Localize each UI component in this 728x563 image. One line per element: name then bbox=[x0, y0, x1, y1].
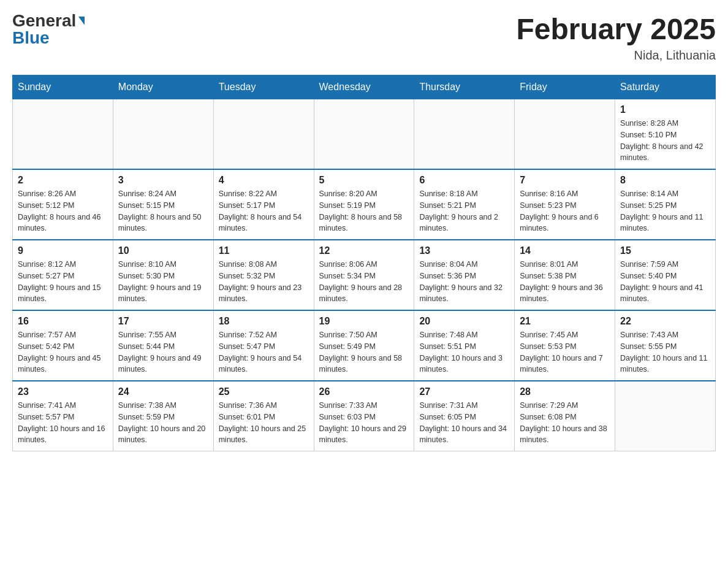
day-number: 19 bbox=[319, 316, 409, 327]
day-cell: 8Sunrise: 8:14 AMSunset: 5:25 PMDaylight… bbox=[615, 169, 716, 240]
day-number: 27 bbox=[419, 386, 509, 397]
day-info: Sunrise: 8:26 AMSunset: 5:12 PMDaylight:… bbox=[18, 188, 108, 234]
day-number: 25 bbox=[219, 386, 309, 397]
day-cell: 21Sunrise: 7:45 AMSunset: 5:53 PMDayligh… bbox=[515, 310, 615, 381]
day-number: 21 bbox=[520, 316, 610, 327]
day-of-week-header: Saturday bbox=[615, 75, 716, 99]
day-cell: 23Sunrise: 7:41 AMSunset: 5:57 PMDayligh… bbox=[13, 381, 113, 451]
day-of-week-header: Thursday bbox=[414, 75, 515, 99]
day-number: 2 bbox=[18, 175, 108, 186]
day-info: Sunrise: 7:52 AMSunset: 5:47 PMDaylight:… bbox=[219, 329, 309, 375]
day-number: 5 bbox=[319, 175, 409, 186]
calendar-week-row: 2Sunrise: 8:26 AMSunset: 5:12 PMDaylight… bbox=[13, 169, 716, 240]
calendar-week-row: 9Sunrise: 8:12 AMSunset: 5:27 PMDaylight… bbox=[13, 240, 716, 310]
day-of-week-header: Monday bbox=[113, 75, 213, 99]
day-number: 12 bbox=[319, 245, 409, 256]
page-header: General Blue February 2025 Nida, Lithuan… bbox=[12, 12, 716, 63]
day-info: Sunrise: 8:06 AMSunset: 5:34 PMDaylight:… bbox=[319, 259, 409, 305]
day-info: Sunrise: 8:22 AMSunset: 5:17 PMDaylight:… bbox=[219, 188, 309, 234]
day-info: Sunrise: 8:20 AMSunset: 5:19 PMDaylight:… bbox=[319, 188, 409, 234]
day-number: 1 bbox=[620, 104, 710, 115]
day-cell: 11Sunrise: 8:08 AMSunset: 5:32 PMDayligh… bbox=[213, 240, 314, 310]
day-cell: 2Sunrise: 8:26 AMSunset: 5:12 PMDaylight… bbox=[13, 169, 113, 240]
day-info: Sunrise: 7:50 AMSunset: 5:49 PMDaylight:… bbox=[319, 329, 409, 375]
location: Nida, Lithuania bbox=[516, 48, 716, 63]
day-number: 16 bbox=[18, 316, 108, 327]
day-number: 18 bbox=[219, 316, 309, 327]
title-area: February 2025 Nida, Lithuania bbox=[516, 12, 716, 63]
day-of-week-header: Tuesday bbox=[213, 75, 314, 99]
day-info: Sunrise: 8:08 AMSunset: 5:32 PMDaylight:… bbox=[219, 259, 309, 305]
day-info: Sunrise: 8:04 AMSunset: 5:36 PMDaylight:… bbox=[419, 259, 509, 305]
empty-day-cell bbox=[515, 99, 615, 170]
day-number: 20 bbox=[419, 316, 509, 327]
day-cell: 25Sunrise: 7:36 AMSunset: 6:01 PMDayligh… bbox=[213, 381, 314, 451]
day-info: Sunrise: 7:36 AMSunset: 6:01 PMDaylight:… bbox=[219, 400, 309, 446]
day-cell: 20Sunrise: 7:48 AMSunset: 5:51 PMDayligh… bbox=[414, 310, 515, 381]
day-info: Sunrise: 7:55 AMSunset: 5:44 PMDaylight:… bbox=[118, 329, 208, 375]
empty-day-cell bbox=[113, 99, 213, 170]
calendar-table: SundayMondayTuesdayWednesdayThursdayFrid… bbox=[12, 75, 716, 451]
day-number: 4 bbox=[219, 175, 309, 186]
day-info: Sunrise: 8:16 AMSunset: 5:23 PMDaylight:… bbox=[520, 188, 610, 234]
day-cell: 16Sunrise: 7:57 AMSunset: 5:42 PMDayligh… bbox=[13, 310, 113, 381]
day-of-week-header: Wednesday bbox=[314, 75, 414, 99]
empty-day-cell bbox=[13, 99, 113, 170]
day-cell: 22Sunrise: 7:43 AMSunset: 5:55 PMDayligh… bbox=[615, 310, 716, 381]
day-info: Sunrise: 8:10 AMSunset: 5:30 PMDaylight:… bbox=[118, 259, 208, 305]
logo-triangle-icon bbox=[78, 17, 85, 25]
day-cell: 5Sunrise: 8:20 AMSunset: 5:19 PMDaylight… bbox=[314, 169, 414, 240]
day-of-week-header: Sunday bbox=[13, 75, 113, 99]
logo-general-text: General bbox=[12, 12, 76, 29]
day-info: Sunrise: 7:48 AMSunset: 5:51 PMDaylight:… bbox=[419, 329, 509, 375]
day-of-week-header: Friday bbox=[515, 75, 615, 99]
day-number: 15 bbox=[620, 245, 710, 256]
day-cell: 6Sunrise: 8:18 AMSunset: 5:21 PMDaylight… bbox=[414, 169, 515, 240]
logo: General Blue bbox=[12, 12, 85, 47]
day-cell: 18Sunrise: 7:52 AMSunset: 5:47 PMDayligh… bbox=[213, 310, 314, 381]
day-number: 14 bbox=[520, 245, 610, 256]
day-cell: 19Sunrise: 7:50 AMSunset: 5:49 PMDayligh… bbox=[314, 310, 414, 381]
calendar-header-row: SundayMondayTuesdayWednesdayThursdayFrid… bbox=[13, 75, 716, 99]
day-number: 10 bbox=[118, 245, 208, 256]
day-cell: 9Sunrise: 8:12 AMSunset: 5:27 PMDaylight… bbox=[13, 240, 113, 310]
day-number: 28 bbox=[520, 386, 610, 397]
day-cell: 4Sunrise: 8:22 AMSunset: 5:17 PMDaylight… bbox=[213, 169, 314, 240]
day-number: 8 bbox=[620, 175, 710, 186]
day-cell: 27Sunrise: 7:31 AMSunset: 6:05 PMDayligh… bbox=[414, 381, 515, 451]
day-cell: 15Sunrise: 7:59 AMSunset: 5:40 PMDayligh… bbox=[615, 240, 716, 310]
empty-day-cell bbox=[314, 99, 414, 170]
day-cell: 14Sunrise: 8:01 AMSunset: 5:38 PMDayligh… bbox=[515, 240, 615, 310]
day-cell: 24Sunrise: 7:38 AMSunset: 5:59 PMDayligh… bbox=[113, 381, 213, 451]
empty-day-cell bbox=[213, 99, 314, 170]
empty-day-cell bbox=[615, 381, 716, 451]
day-info: Sunrise: 7:31 AMSunset: 6:05 PMDaylight:… bbox=[419, 400, 509, 446]
logo-blue-text: Blue bbox=[12, 29, 50, 47]
day-cell: 17Sunrise: 7:55 AMSunset: 5:44 PMDayligh… bbox=[113, 310, 213, 381]
day-cell: 12Sunrise: 8:06 AMSunset: 5:34 PMDayligh… bbox=[314, 240, 414, 310]
day-info: Sunrise: 7:43 AMSunset: 5:55 PMDaylight:… bbox=[620, 329, 710, 375]
day-info: Sunrise: 7:59 AMSunset: 5:40 PMDaylight:… bbox=[620, 259, 710, 305]
day-info: Sunrise: 8:01 AMSunset: 5:38 PMDaylight:… bbox=[520, 259, 610, 305]
day-number: 13 bbox=[419, 245, 509, 256]
day-cell: 3Sunrise: 8:24 AMSunset: 5:15 PMDaylight… bbox=[113, 169, 213, 240]
day-cell: 10Sunrise: 8:10 AMSunset: 5:30 PMDayligh… bbox=[113, 240, 213, 310]
day-cell: 7Sunrise: 8:16 AMSunset: 5:23 PMDaylight… bbox=[515, 169, 615, 240]
day-number: 9 bbox=[18, 245, 108, 256]
day-number: 6 bbox=[419, 175, 509, 186]
day-cell: 26Sunrise: 7:33 AMSunset: 6:03 PMDayligh… bbox=[314, 381, 414, 451]
day-cell: 13Sunrise: 8:04 AMSunset: 5:36 PMDayligh… bbox=[414, 240, 515, 310]
calendar-week-row: 23Sunrise: 7:41 AMSunset: 5:57 PMDayligh… bbox=[13, 381, 716, 451]
calendar-week-row: 1Sunrise: 8:28 AMSunset: 5:10 PMDaylight… bbox=[13, 99, 716, 170]
day-info: Sunrise: 7:41 AMSunset: 5:57 PMDaylight:… bbox=[18, 400, 108, 446]
day-number: 24 bbox=[118, 386, 208, 397]
month-title: February 2025 bbox=[516, 12, 716, 46]
day-cell: 28Sunrise: 7:29 AMSunset: 6:08 PMDayligh… bbox=[515, 381, 615, 451]
day-number: 3 bbox=[118, 175, 208, 186]
day-number: 26 bbox=[319, 386, 409, 397]
calendar-week-row: 16Sunrise: 7:57 AMSunset: 5:42 PMDayligh… bbox=[13, 310, 716, 381]
day-number: 17 bbox=[118, 316, 208, 327]
day-number: 7 bbox=[520, 175, 610, 186]
day-info: Sunrise: 8:12 AMSunset: 5:27 PMDaylight:… bbox=[18, 259, 108, 305]
day-info: Sunrise: 7:45 AMSunset: 5:53 PMDaylight:… bbox=[520, 329, 610, 375]
